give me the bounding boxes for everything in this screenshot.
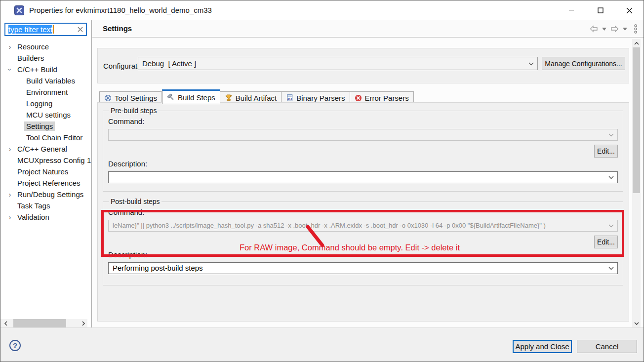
- chevron-collapsed-icon[interactable]: ›: [6, 146, 13, 153]
- maximize-button[interactable]: [589, 0, 612, 20]
- dialog-footer: ? Apply and Close Cancel: [0, 327, 644, 362]
- sidebar-item-build-variables[interactable]: Build Variables: [0, 75, 91, 86]
- sidebar-item-task-tags[interactable]: Task Tags: [0, 200, 91, 211]
- forward-icon[interactable]: [610, 25, 619, 33]
- back-icon[interactable]: [589, 25, 599, 33]
- properties-sidebar: type filter text ›ResourceBuilders›C/C++…: [0, 20, 92, 327]
- scrollbar-thumb[interactable]: [633, 47, 640, 193]
- close-icon[interactable]: [618, 0, 641, 20]
- settings-panel: Configuration: Debug [ Active ] Manage C…: [92, 38, 644, 327]
- error-icon: [355, 94, 362, 102]
- text-caret: [53, 25, 54, 34]
- app-icon: [14, 5, 24, 15]
- sidebar-item-label: MCU settings: [24, 110, 73, 120]
- sidebar-item-c-c-general[interactable]: ›C/C++ General: [0, 143, 91, 155]
- scrollbar-thumb[interactable]: [13, 319, 66, 327]
- filter-input[interactable]: type filter text: [4, 23, 87, 36]
- scroll-right-icon[interactable]: [79, 319, 87, 327]
- configuration-value: Debug [ Active ]: [138, 57, 537, 70]
- chevron-down-icon: [608, 267, 614, 270]
- sidebar-item-label: Environment: [24, 87, 70, 97]
- cancel-button[interactable]: Cancel: [577, 340, 637, 353]
- binary-doc-icon: 010: [286, 94, 293, 102]
- sidebar-item-tool-chain-editor[interactable]: Tool Chain Editor: [0, 132, 91, 143]
- configuration-dropdown[interactable]: Debug [ Active ]: [138, 57, 538, 70]
- pre-edit-button[interactable]: Edit...: [594, 145, 618, 158]
- sidebar-item-label: MCUXpresso Config 1: [15, 156, 91, 165]
- sidebar-item-label: Logging: [24, 99, 54, 108]
- chevron-down-icon: [608, 176, 614, 179]
- sidebar-item-builders[interactable]: Builders: [0, 52, 91, 64]
- minimize-button[interactable]: [560, 0, 583, 20]
- filter-text: type filter text: [8, 25, 52, 34]
- scroll-left-icon[interactable]: [1, 319, 10, 327]
- chevron-down-icon: [608, 133, 614, 137]
- sidebar-item-label: Build Variables: [24, 76, 77, 85]
- post-description-label: Description:: [108, 250, 618, 259]
- scroll-down-icon[interactable]: [632, 319, 641, 327]
- properties-tree: ›ResourceBuilders›C/C++ BuildBuild Varia…: [0, 41, 91, 223]
- pre-command-dropdown[interactable]: [108, 129, 618, 141]
- pre-description-label: Description:: [108, 160, 618, 168]
- post-description-dropdown[interactable]: Performing post-build steps: [108, 262, 618, 274]
- sidebar-item-label: Settings: [24, 121, 55, 131]
- tool-settings-icon: [104, 94, 112, 102]
- pre-description-dropdown[interactable]: [108, 171, 618, 183]
- back-menu-icon[interactable]: [602, 28, 606, 31]
- sidebar-item-label: Tool Chain Editor: [24, 133, 84, 142]
- pre-build-steps-group: Pre-build steps Command: Edit... Descrip…: [103, 107, 623, 192]
- post-edit-button[interactable]: Edit...: [594, 236, 618, 248]
- page-title: Settings: [103, 24, 132, 33]
- sidebar-item-mcuxpresso-config-1[interactable]: MCUXpresso Config 1: [0, 155, 91, 166]
- chevron-down-icon: [528, 62, 534, 66]
- sidebar-item-logging[interactable]: Logging: [0, 98, 91, 109]
- post-command-dropdown[interactable]: leName}" || python3 ../scripts/image_has…: [108, 220, 618, 232]
- sidebar-item-mcu-settings[interactable]: MCU settings: [0, 109, 91, 121]
- tab-label: Binary Parsers: [296, 94, 345, 102]
- sidebar-item-resource[interactable]: ›Resource: [0, 41, 91, 52]
- tab-build-steps[interactable]: Build Steps: [162, 89, 220, 104]
- window-title: Properties for evkmimxrt1180_hello_world…: [29, 6, 212, 14]
- post-command-label: Command:: [108, 208, 618, 216]
- sidebar-item-validation[interactable]: ›Validation: [0, 211, 91, 223]
- sidebar-item-environment[interactable]: Environment: [0, 86, 91, 98]
- chevron-collapsed-icon[interactable]: ›: [6, 214, 13, 221]
- sidebar-item-label: Builders: [15, 53, 46, 63]
- help-icon[interactable]: ?: [9, 340, 21, 351]
- trophy-icon: [225, 94, 233, 102]
- sidebar-item-project-references[interactable]: Project References: [0, 177, 91, 189]
- apply-and-close-button[interactable]: Apply and Close: [513, 340, 572, 353]
- chevron-expanded-icon[interactable]: ›: [6, 66, 13, 73]
- tab-label: Tool Settings: [115, 94, 157, 102]
- tab-label: Error Parsers: [365, 94, 409, 102]
- sidebar-item-label: Resource: [15, 42, 51, 51]
- sidebar-item-c-c-build[interactable]: ›C/C++ Build: [0, 64, 91, 75]
- post-command-value: leName}" || python3 ../scripts/image_has…: [109, 220, 617, 231]
- build-steps-pane: Pre-build steps Command: Edit... Descrip…: [97, 102, 629, 322]
- page-header: Settings: [92, 20, 644, 38]
- clear-filter-icon[interactable]: [78, 27, 83, 32]
- manage-configurations-button[interactable]: Manage Configurations...: [542, 57, 625, 70]
- sidebar-item-label: Project Natures: [15, 167, 70, 176]
- post-build-steps-group: Post-build steps Command: leName}" || py…: [103, 198, 623, 285]
- chevron-collapsed-icon[interactable]: ›: [6, 191, 13, 198]
- post-build-legend: Post-build steps: [109, 198, 161, 205]
- sidebar-item-label: C/C++ Build: [15, 65, 59, 74]
- scroll-up-icon[interactable]: [632, 39, 641, 47]
- chevron-collapsed-icon[interactable]: ›: [6, 43, 13, 50]
- tab-label: Build Artifact: [236, 94, 277, 102]
- horizontal-scrollbar[interactable]: [0, 319, 87, 327]
- vertical-scrollbar[interactable]: [632, 39, 641, 327]
- title-bar: Properties for evkmimxrt1180_hello_world…: [0, 0, 644, 20]
- sidebar-item-run-debug-settings[interactable]: ›Run/Debug Settings: [0, 189, 91, 200]
- forward-menu-icon[interactable]: [623, 28, 627, 31]
- sidebar-item-label: C/C++ General: [15, 144, 69, 154]
- sidebar-item-label: Task Tags: [15, 201, 52, 210]
- svg-text:010: 010: [287, 98, 292, 101]
- pre-command-label: Command:: [108, 117, 618, 125]
- sidebar-item-settings[interactable]: Settings: [0, 121, 91, 132]
- pre-build-legend: Pre-build steps: [109, 107, 158, 115]
- sidebar-item-project-natures[interactable]: Project Natures: [0, 166, 91, 177]
- sidebar-item-label: Run/Debug Settings: [15, 190, 85, 199]
- view-menu-icon[interactable]: [634, 24, 638, 34]
